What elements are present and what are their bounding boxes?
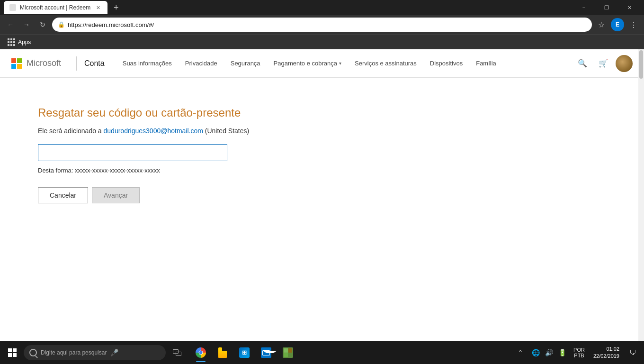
header-divider — [76, 56, 77, 71]
url-bar[interactable]: 🔒 https://redeem.microsoft.com/#/ — [52, 18, 592, 32]
taskbar-chrome[interactable] — [190, 342, 211, 363]
code-input[interactable] — [38, 144, 227, 161]
ms-logo-text: Microsoft — [27, 58, 61, 68]
format-hint-label: Desta forma: — [38, 167, 73, 174]
search-placeholder: Digite aqui para pesquisar — [41, 349, 107, 356]
secure-icon: 🔒 — [58, 21, 65, 28]
file-explorer-icon — [217, 347, 228, 358]
notification-button[interactable]: 🗨 — [625, 342, 640, 363]
taskbar-file-explorer[interactable] — [212, 342, 233, 363]
store-icon: ⊞ — [239, 347, 250, 358]
back-button[interactable]: ← — [4, 18, 17, 31]
taskbar-store[interactable]: ⊞ — [234, 342, 255, 363]
header-actions: 🔍 🛒 — [574, 55, 633, 72]
taskbar-sys-tray: ⌃ 🌐 🔊 🔋 POR PTB 01:02 22/02/2019 🗨 — [514, 342, 642, 363]
maximize-button[interactable]: ❐ — [596, 0, 617, 15]
apps-bookmark-button[interactable]: Apps — [4, 36, 35, 48]
microphone-icon: 🎤 — [110, 349, 118, 356]
clock-date: 22/02/2019 — [593, 353, 619, 360]
page-content: Microsoft Conta Suas informações Privaci… — [0, 49, 644, 341]
scrollbar-thumb[interactable] — [639, 50, 643, 79]
avatar-image — [616, 55, 633, 72]
nav-item-servicos[interactable]: Serviços e assinaturas — [348, 49, 423, 78]
nav-item-privacidade[interactable]: Privacidade — [179, 49, 224, 78]
battery-icon[interactable]: 🔋 — [555, 342, 569, 363]
browser-menu-button[interactable]: ⋮ — [627, 18, 640, 31]
taskbar-minecraft[interactable] — [277, 342, 298, 363]
header-nav: Suas informações Privacidade Segurança P… — [116, 49, 574, 78]
tab-title: Microsoft account | Redeem — [20, 4, 90, 11]
taskbar: Digite aqui para pesquisar 🎤 — [0, 341, 644, 364]
apps-grid-icon — [8, 38, 15, 46]
clock-time: 01:02 — [606, 346, 619, 353]
language-indicator[interactable]: POR PTB — [571, 342, 588, 363]
format-hint: Desta forma: xxxxx-xxxxx-xxxxx-xxxxx-xxx… — [38, 167, 606, 174]
site-header: Microsoft Conta Suas informações Privaci… — [0, 49, 644, 78]
mail-icon — [261, 347, 271, 358]
main-content: Resgatar seu código ou cartão-presente E… — [0, 78, 644, 232]
minimize-button[interactable]: − — [573, 0, 595, 15]
apps-label: Apps — [18, 39, 31, 46]
button-row: Cancelar Avançar — [38, 187, 606, 203]
volume-icon[interactable]: 🔊 — [542, 342, 555, 363]
notification-icon: 🗨 — [629, 349, 636, 356]
cancel-button[interactable]: Cancelar — [38, 187, 88, 203]
nav-item-familia[interactable]: Família — [469, 49, 503, 78]
chrome-icon — [196, 347, 206, 358]
minecraft-icon — [283, 347, 293, 358]
tab-favicon — [9, 4, 16, 11]
chevron-down-icon: ▾ — [339, 61, 341, 66]
forward-button[interactable]: → — [20, 18, 33, 31]
microsoft-logo[interactable]: Microsoft — [11, 58, 61, 69]
lang-primary: POR — [573, 347, 585, 353]
bookmark-button[interactable]: ☆ — [595, 18, 608, 31]
new-tab-button[interactable]: + — [109, 1, 123, 14]
user-avatar[interactable] — [616, 55, 633, 72]
start-button[interactable] — [2, 342, 23, 363]
account-email: dudurodrigues3000@hotmail.com — [104, 127, 203, 135]
search-icon — [29, 349, 37, 356]
header-search-button[interactable]: 🔍 — [574, 55, 591, 72]
header-section-title: Conta — [84, 59, 105, 68]
header-cart-button[interactable]: 🛒 — [595, 55, 612, 72]
taskbar-apps: ⊞ — [190, 342, 298, 363]
scrollbar[interactable] — [638, 49, 644, 341]
task-view-icon — [173, 349, 181, 356]
nav-item-suas-informacoes[interactable]: Suas informações — [116, 49, 179, 78]
nav-item-dispositivos[interactable]: Dispositivos — [423, 49, 469, 78]
next-button[interactable]: Avançar — [92, 187, 140, 203]
page-title: Resgatar seu código ou cartão-presente — [38, 106, 606, 119]
taskbar-search-bar[interactable]: Digite aqui para pesquisar 🎤 — [24, 345, 166, 360]
show-hidden-icons-button[interactable]: ⌃ — [514, 342, 527, 363]
nav-item-pagamento[interactable]: Pagamento e cobrança ▾ — [267, 49, 348, 78]
ms-squares-icon — [11, 58, 22, 69]
url-text: https://redeem.microsoft.com/#/ — [68, 21, 586, 28]
format-hint-value: xxxxx-xxxxx-xxxxx-xxxxx-xxxxx — [73, 167, 160, 174]
task-view-button[interactable] — [167, 342, 188, 363]
account-subtitle: Ele será adicionado a dudurodrigues3000@… — [38, 127, 606, 135]
windows-logo-icon — [8, 348, 17, 357]
lang-secondary: PTB — [574, 353, 584, 358]
subtitle-prefix: Ele será adicionado a — [38, 127, 104, 135]
subtitle-suffix: (United States) — [203, 127, 249, 135]
taskbar-mail[interactable] — [256, 342, 277, 363]
refresh-button[interactable]: ↻ — [36, 18, 49, 31]
profile-button[interactable]: E — [611, 18, 624, 31]
clock-button[interactable]: 01:02 22/02/2019 — [590, 342, 623, 363]
tab-close-button[interactable]: ✕ — [94, 4, 102, 11]
close-button[interactable]: ✕ — [618, 0, 640, 15]
network-icon[interactable]: 🌐 — [529, 342, 542, 363]
browser-tab[interactable]: Microsoft account | Redeem ✕ — [4, 1, 107, 14]
nav-item-seguranca[interactable]: Segurança — [224, 49, 267, 78]
sys-tray-icons: 🌐 🔊 🔋 — [529, 342, 569, 363]
